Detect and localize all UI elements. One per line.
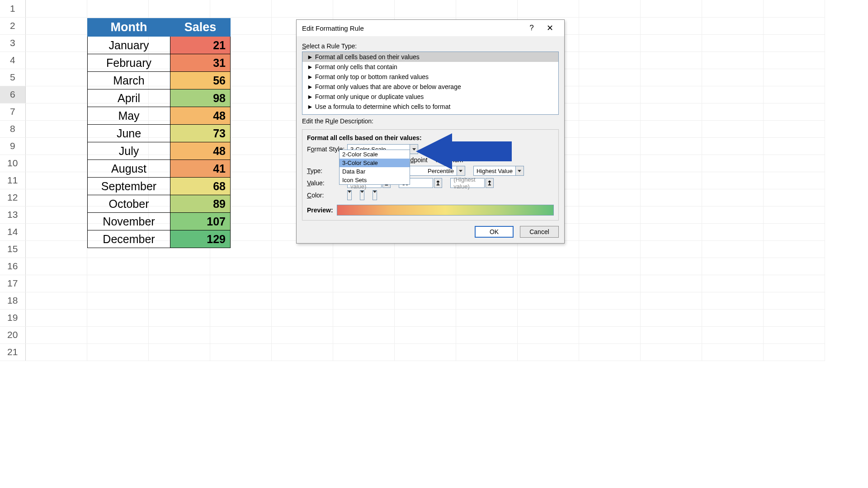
cell[interactable] [394,326,456,343]
cell[interactable] [25,189,87,206]
cell[interactable] [702,343,763,361]
row-header[interactable]: 5 [0,69,25,86]
dropdown-option[interactable]: Icon Sets [340,176,410,184]
cell[interactable] [333,258,394,275]
cell[interactable] [763,172,825,189]
month-cell[interactable]: March [88,72,170,89]
row-header[interactable]: 12 [0,189,25,206]
cell[interactable] [394,343,456,361]
cell[interactable] [579,275,640,292]
help-button[interactable]: ? [523,23,541,33]
cell[interactable] [25,309,87,326]
row-header[interactable]: 19 [0,309,25,326]
cell[interactable] [640,69,702,86]
sales-cell[interactable]: 41 [170,160,231,178]
cell[interactable] [579,258,640,275]
row-header[interactable]: 6 [0,86,25,103]
row-header[interactable]: 3 [0,34,25,52]
cell[interactable] [763,86,825,103]
sales-cell[interactable]: 98 [170,89,231,107]
cell[interactable] [579,69,640,86]
cell[interactable] [517,326,579,343]
cell[interactable] [271,292,333,309]
cell[interactable] [702,34,763,52]
cell[interactable] [148,275,210,292]
row-header[interactable]: 9 [0,137,25,155]
cell[interactable] [87,258,148,275]
type-max-dropdown[interactable]: Highest Value [473,166,524,176]
cell[interactable] [148,326,210,343]
month-cell[interactable]: April [88,89,170,107]
sales-cell[interactable]: 89 [170,195,231,213]
dropdown-option[interactable]: 2-Color Scale [340,150,410,159]
sales-cell[interactable]: 48 [170,107,231,125]
cell[interactable] [579,223,640,240]
cell[interactable] [25,120,87,137]
cell[interactable] [702,0,763,17]
color-mid-dropdown[interactable] [360,190,364,200]
cell[interactable] [456,0,517,17]
cell[interactable] [456,258,517,275]
sales-cell[interactable]: 48 [170,142,231,160]
color-max-dropdown[interactable] [373,190,377,200]
cell[interactable] [579,343,640,361]
cell[interactable] [210,343,271,361]
cell[interactable] [702,120,763,137]
cell[interactable] [702,137,763,155]
cell[interactable] [640,258,702,275]
month-cell[interactable]: May [88,107,170,125]
cell[interactable] [702,292,763,309]
cell[interactable] [640,292,702,309]
rule-type-item[interactable]: ► Format only unique or duplicate values [302,92,558,102]
cell[interactable] [271,0,333,17]
cell[interactable] [579,34,640,52]
cell[interactable] [702,326,763,343]
rule-type-item[interactable]: ► Format only values that are above or b… [302,82,558,92]
dropdown-option[interactable]: 3-Color Scale [340,159,410,167]
range-picker-icon[interactable]: ↥ [434,178,442,188]
cell[interactable] [640,155,702,172]
cell[interactable] [87,292,148,309]
cell[interactable] [148,0,210,17]
cell[interactable] [271,343,333,361]
cell[interactable] [763,0,825,17]
cell[interactable] [25,103,87,120]
rule-type-item[interactable]: ► Use a formula to determine which cells… [302,102,558,112]
rule-type-item[interactable]: ► Format only top or bottom ranked value… [302,72,558,82]
rule-type-item[interactable]: ► Format only cells that contain [302,62,558,72]
cell[interactable] [579,206,640,223]
cell[interactable] [25,34,87,52]
cell[interactable] [640,275,702,292]
cell[interactable] [25,223,87,240]
cell[interactable] [25,86,87,103]
cell[interactable] [456,343,517,361]
cell[interactable] [640,172,702,189]
cell[interactable] [763,326,825,343]
row-header[interactable]: 14 [0,223,25,240]
value-max-input[interactable]: (Highest value) [450,178,485,188]
cell[interactable] [25,292,87,309]
cell[interactable] [763,258,825,275]
cell[interactable] [702,309,763,326]
cell[interactable] [210,275,271,292]
cell[interactable] [25,258,87,275]
close-button[interactable]: ✕ [541,23,559,33]
row-header[interactable]: 10 [0,155,25,172]
sales-cell[interactable]: 68 [170,178,231,195]
cell[interactable] [394,292,456,309]
cell[interactable] [394,309,456,326]
cell[interactable] [702,17,763,34]
col-header-sales[interactable]: Sales [170,19,231,37]
cell[interactable] [148,309,210,326]
cell[interactable] [210,258,271,275]
cell[interactable] [579,52,640,69]
cell[interactable] [579,326,640,343]
cell[interactable] [456,292,517,309]
cell[interactable] [333,326,394,343]
col-header-month[interactable]: Month [88,19,170,37]
cell[interactable] [640,309,702,326]
cell[interactable] [640,120,702,137]
cell[interactable] [640,137,702,155]
cell[interactable] [517,309,579,326]
cell[interactable] [640,0,702,17]
